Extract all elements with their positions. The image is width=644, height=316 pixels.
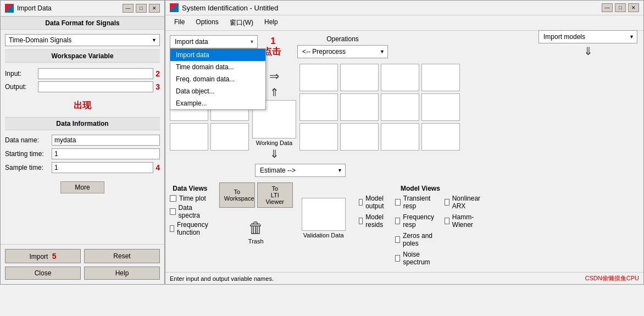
estimate-wrapper: Estimate --> <box>255 164 346 177</box>
import-button[interactable]: Import 5 <box>5 249 81 263</box>
import-models-dropdown[interactable]: Import models <box>538 30 637 43</box>
starting-time-field[interactable] <box>52 148 160 159</box>
model-views-title: Model Views <box>359 185 482 192</box>
time-plot-row: Time plot <box>170 195 210 202</box>
help-button-left[interactable]: Help <box>84 267 160 280</box>
noise-spectrum-checkbox[interactable] <box>395 255 400 262</box>
right-maximize-button[interactable]: □ <box>615 3 626 12</box>
data-spectra-label: Data spectra <box>179 204 210 219</box>
operations-area: Operations <-- Preprocess <box>297 35 388 58</box>
menu-window[interactable]: 窗口(W) <box>224 16 259 29</box>
nonlinear-arx-checkbox[interactable] <box>445 199 449 206</box>
right-close-button[interactable]: ✕ <box>628 3 639 12</box>
right-content: Import data Import data Time domain data… <box>165 31 643 272</box>
workspace-variable-header: Workspace Variable <box>5 49 160 63</box>
maximize-button[interactable]: □ <box>136 4 147 13</box>
close-button-left[interactable]: Close <box>5 267 81 280</box>
data-format-dropdown[interactable]: Time-Domain Signals <box>5 34 160 46</box>
bottom-area: Data Views Time plot Data spectra Freque… <box>170 182 467 268</box>
output-label: Output: <box>5 83 38 91</box>
input-annotation: 2 <box>156 69 160 78</box>
preprocess-dropdown[interactable]: <-- Preprocess <box>297 45 388 58</box>
sample-time-field[interactable] <box>52 162 153 173</box>
transient-resp-checkbox[interactable] <box>395 199 401 206</box>
menu-options[interactable]: Options <box>190 16 224 29</box>
data-name-row: Data name: <box>5 135 160 146</box>
estimate-row: Estimate --> <box>255 164 467 177</box>
frequency-resp-row: Frequency resp <box>395 213 436 229</box>
menu-data-object[interactable]: Data object... <box>170 85 265 97</box>
menu-time-domain[interactable]: Time domain data... <box>170 61 265 73</box>
import-dropdown-menu: Import data Time domain data... Freq. do… <box>170 48 266 110</box>
starting-time-row: Starting time: <box>5 148 160 159</box>
left-content: Time-Domain Signals Workspace Variable I… <box>1 30 164 200</box>
input-field[interactable] <box>38 68 153 79</box>
sample-time-label: Sample time: <box>5 164 52 171</box>
data-box-5 <box>170 123 208 151</box>
models-down-arrow: ⇓ <box>538 45 637 58</box>
model-box-4 <box>421 64 460 91</box>
import-data-titlebar: Import Data — □ ✕ <box>1 1 164 16</box>
import-data-dropdown[interactable]: Import data <box>170 35 258 48</box>
hamm-wiener-checkbox[interactable] <box>445 218 449 224</box>
close-button[interactable]: ✕ <box>149 4 160 13</box>
watermark: CSDN偷懒摸鱼CPU <box>585 274 639 282</box>
trash-label: Trash <box>248 238 264 245</box>
validation-data-label: Validation Data <box>303 232 344 239</box>
data-spectra-checkbox[interactable] <box>170 208 176 215</box>
sample-time-annotation: 4 <box>156 163 160 172</box>
model-box-7 <box>381 93 419 121</box>
data-name-field[interactable] <box>52 135 160 146</box>
estimate-dropdown[interactable]: Estimate --> <box>255 164 346 177</box>
freq-function-checkbox[interactable] <box>170 225 174 232</box>
model-output-checkbox[interactable] <box>359 199 363 206</box>
zeros-poles-checkbox[interactable] <box>395 236 400 243</box>
right-title-area: System Identification - Untitled <box>170 3 279 12</box>
zeros-poles-row: Zeros and poles <box>395 232 436 247</box>
frequency-resp-checkbox[interactable] <box>395 218 400 224</box>
validation-data-area: Validation Data <box>302 198 346 239</box>
starting-time-label: Starting time: <box>5 150 52 158</box>
right-titlebar-buttons: — □ ✕ <box>602 3 639 12</box>
left-titlebar-buttons: — □ ✕ <box>123 4 160 13</box>
system-identification-panel: System Identification - Untitled — □ ✕ F… <box>165 0 644 285</box>
model-box-1 <box>299 64 338 91</box>
model-output-row: Model output <box>359 195 386 210</box>
model-resids-row: Model resids <box>359 213 386 229</box>
import-models-wrapper: Import models <box>538 30 637 43</box>
status-text: Enter input and output variable names. <box>170 275 274 282</box>
frequency-resp-label: Frequency resp <box>403 213 436 229</box>
menu-example[interactable]: Example... <box>170 97 265 109</box>
time-plot-checkbox[interactable] <box>170 195 176 202</box>
model-output-label: Model output <box>365 195 386 210</box>
menu-help[interactable]: Help <box>259 16 284 29</box>
more-button[interactable]: More <box>60 181 104 193</box>
model-box-9 <box>299 123 338 151</box>
matlab-icon-right <box>170 3 179 12</box>
right-arrow: ⇒ <box>269 69 279 84</box>
model-box-8 <box>421 93 460 121</box>
to-lti-button[interactable]: ToLTI Viewer <box>257 182 293 208</box>
model-box-row-2 <box>299 93 460 121</box>
data-name-label: Data name: <box>5 136 52 144</box>
model-resids-checkbox[interactable] <box>359 218 363 224</box>
menu-freq-domain[interactable]: Freq. domain data... <box>170 73 265 85</box>
model-resids-label: Model resids <box>365 213 386 229</box>
import-data-title: Import Data <box>17 4 52 12</box>
data-format-header: Data Format for Signals <box>1 16 164 30</box>
right-minimize-button[interactable]: — <box>602 3 613 12</box>
validation-data-box <box>302 198 346 231</box>
model-box-12 <box>421 123 460 151</box>
status-bar: Enter input and output variable names. C… <box>165 272 643 284</box>
import-models-area: Import models ⇓ <box>538 30 637 58</box>
working-data-label: Working Data <box>256 140 292 146</box>
output-field[interactable] <box>38 81 153 92</box>
reset-button[interactable]: Reset <box>84 249 160 263</box>
menu-import-data[interactable]: Import data <box>170 49 265 61</box>
model-views-section: Model Views Model output Transient resp <box>359 185 482 268</box>
annotation-1: 1 <box>271 36 276 46</box>
to-workspace-button[interactable]: ToWorkspace <box>219 182 255 208</box>
input-row: Input: 2 <box>5 68 160 79</box>
minimize-button[interactable]: — <box>123 4 134 13</box>
menu-file[interactable]: File <box>169 16 190 29</box>
